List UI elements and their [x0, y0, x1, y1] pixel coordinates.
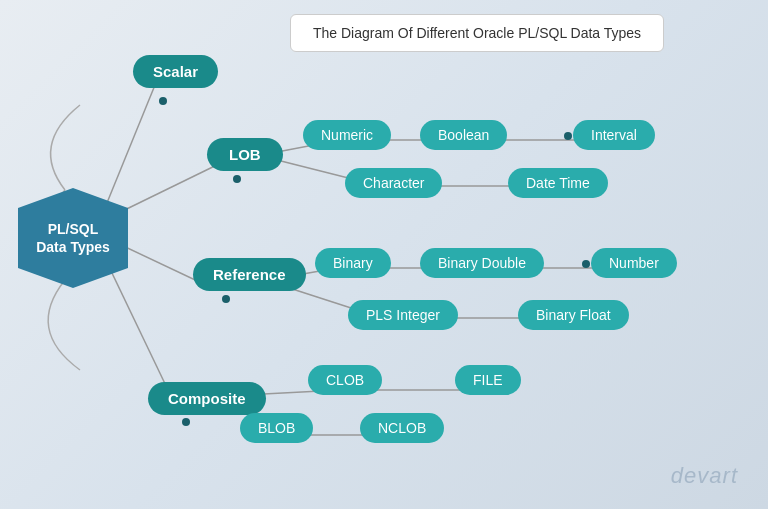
scalar-node: Scalar [133, 55, 218, 88]
numeric-node: Numeric [303, 120, 391, 150]
watermark: devart [671, 463, 738, 489]
plsql-node: PL/SQL Data Types [18, 188, 128, 288]
title-text: The Diagram Of Different Oracle PL/SQL D… [313, 25, 641, 41]
binary-label: Binary [333, 255, 373, 271]
composite-dot [182, 418, 190, 426]
lob-node: LOB [207, 138, 283, 171]
watermark-text: devart [671, 463, 738, 488]
number-dot [582, 260, 590, 268]
plsinteger-label: PLS Integer [366, 307, 440, 323]
binaryfloat-node: Binary Float [518, 300, 629, 330]
number-node: Number [591, 248, 677, 278]
interval-label: Interval [591, 127, 637, 143]
reference-dot [222, 295, 230, 303]
nclob-label: NCLOB [378, 420, 426, 436]
datetime-node: Date Time [508, 168, 608, 198]
binaryfloat-label: Binary Float [536, 307, 611, 323]
reference-node: Reference [193, 258, 306, 291]
blob-node: BLOB [240, 413, 313, 443]
interval-dot [564, 132, 572, 140]
numeric-label: Numeric [321, 127, 373, 143]
scalar-dot [159, 97, 167, 105]
file-node: FILE [455, 365, 521, 395]
boolean-node: Boolean [420, 120, 507, 150]
clob-node: CLOB [308, 365, 382, 395]
composite-node: Composite [148, 382, 266, 415]
clob-label: CLOB [326, 372, 364, 388]
scalar-label: Scalar [153, 63, 198, 80]
lob-dot [233, 175, 241, 183]
diagram-container: The Diagram Of Different Oracle PL/SQL D… [0, 0, 768, 509]
number-label: Number [609, 255, 659, 271]
binary-node: Binary [315, 248, 391, 278]
binarydouble-label: Binary Double [438, 255, 526, 271]
character-label: Character [363, 175, 424, 191]
nclob-node: NCLOB [360, 413, 444, 443]
binarydouble-node: Binary Double [420, 248, 544, 278]
interval-node: Interval [573, 120, 655, 150]
title-box: The Diagram Of Different Oracle PL/SQL D… [290, 14, 664, 52]
plsql-label: PL/SQL Data Types [36, 220, 110, 256]
character-node: Character [345, 168, 442, 198]
blob-label: BLOB [258, 420, 295, 436]
datetime-label: Date Time [526, 175, 590, 191]
plsinteger-node: PLS Integer [348, 300, 458, 330]
composite-label: Composite [168, 390, 246, 407]
reference-label: Reference [213, 266, 286, 283]
boolean-label: Boolean [438, 127, 489, 143]
file-label: FILE [473, 372, 503, 388]
lob-label: LOB [229, 146, 261, 163]
